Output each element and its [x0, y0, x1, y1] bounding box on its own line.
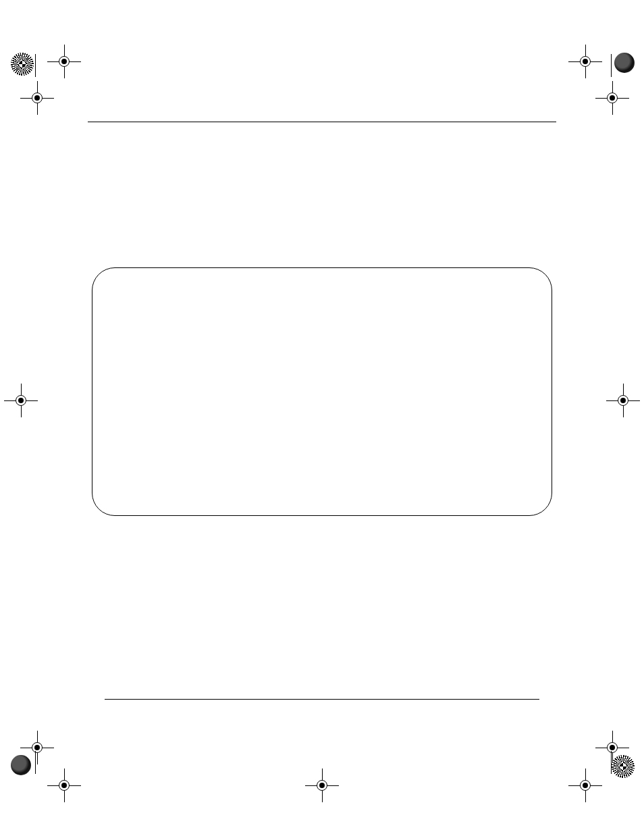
rounded-box: [92, 267, 552, 516]
registration-mark-icon: [599, 377, 644, 424]
registration-mark-icon: [41, 762, 88, 809]
top-rule: [88, 122, 556, 122]
page: [0, 0, 644, 834]
registration-mark-icon: [562, 38, 609, 85]
registration-fan-icon: [612, 755, 635, 778]
bottom-rule: [105, 699, 539, 700]
registration-bar-icon: [611, 54, 612, 77]
registration-bar-icon: [35, 751, 36, 774]
registration-fan-icon: [11, 53, 34, 76]
registration-bar-icon: [35, 54, 36, 77]
content-area: [88, 122, 556, 699]
registration-mark-icon: [0, 377, 45, 424]
registration-mark-icon: [41, 38, 88, 85]
registration-mark-icon: [562, 762, 609, 809]
registration-dot-icon: [11, 755, 31, 775]
registration-dot-icon: [614, 53, 635, 73]
registration-mark-icon: [298, 762, 346, 809]
